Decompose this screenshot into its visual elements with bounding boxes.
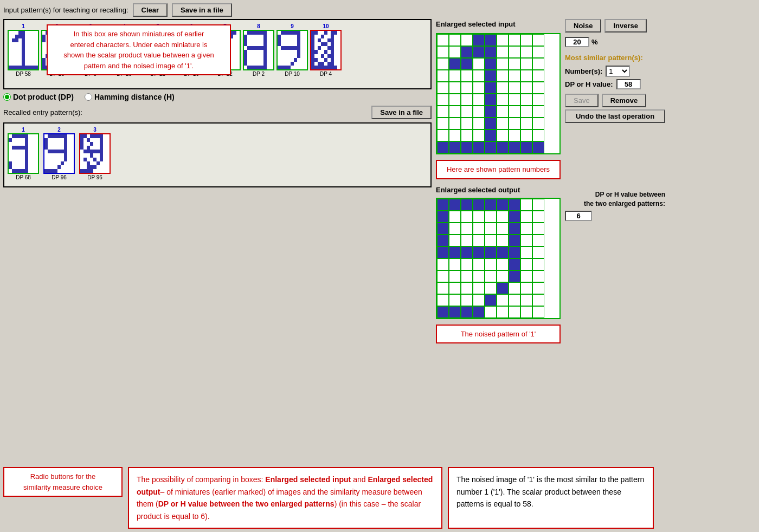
right-panel: Noise Inverse % Most similar pattern(s):… <box>565 19 665 463</box>
annotation-radio-buttons: Radio buttons for the similarity measure… <box>3 467 123 497</box>
enlarged-input-grid <box>436 33 561 154</box>
dp-value-input[interactable] <box>616 79 641 89</box>
dp-between-label: DP or H value between the two enlarged p… <box>565 190 665 209</box>
inverse-button[interactable]: Inverse <box>604 19 647 33</box>
pattern-label-9: DP 10 <box>285 71 300 77</box>
save-file-button-2[interactable]: Save in a file <box>371 106 432 119</box>
pattern-num-10: 10 <box>323 23 329 29</box>
remove-button[interactable]: Remove <box>602 94 647 107</box>
annotation-miniatures-text: In this box are shown miniatures of earl… <box>53 29 224 71</box>
recalled-pattern-3[interactable]: 3 DP 96 <box>79 127 111 183</box>
noise-value-input[interactable] <box>565 37 589 47</box>
pattern-mini-8 <box>243 30 274 70</box>
enlarged-output-grid <box>436 198 561 319</box>
numbers-label: Number(s): <box>565 67 602 75</box>
annotation-bottom-right-text: The noised image of '1' is the most simi… <box>456 473 645 510</box>
recalled-num-2: 2 <box>57 127 61 133</box>
numbers-select[interactable]: 1 2 3 <box>606 66 630 77</box>
hamming-label: Hamming distance (H) <box>94 93 175 101</box>
annotation-bottom-left-text: The possibility of comparing in boxes: E… <box>137 473 434 522</box>
recalled-pattern-2[interactable]: 2 DP 96 <box>43 127 75 183</box>
pattern-mini-1 <box>8 30 39 70</box>
save-file-button[interactable]: Save in a file <box>172 3 232 17</box>
dp-between-input[interactable] <box>565 211 592 221</box>
pattern-item-10[interactable]: 10 DP 4 <box>310 23 342 85</box>
pattern-item-1[interactable]: 1 <box>8 23 39 85</box>
save-button: Save <box>565 94 599 107</box>
pattern-item-9[interactable]: 9 DP 10 <box>276 23 308 85</box>
pattern-label-1: DP 58 <box>16 71 31 77</box>
pattern-num-1: 1 <box>22 23 25 29</box>
clear-button[interactable]: Clear <box>133 3 168 17</box>
recalled-label-1: DP 68 <box>16 174 31 180</box>
dot-product-radio[interactable] <box>3 93 11 101</box>
annotation-pattern-numbers-text: Here are shown pattern numbers <box>442 164 554 175</box>
noise-pct-label: % <box>591 38 598 46</box>
dp-row: DP or H value: <box>565 79 665 89</box>
pattern-item-8[interactable]: 8 DP 2 <box>243 23 274 85</box>
pattern-num-9: 9 <box>291 23 294 29</box>
radio-buttons-row: Dot product (DP) Hamming distance (H) <box>3 93 432 101</box>
hamming-radio[interactable] <box>85 93 92 101</box>
recalled-mini-3 <box>79 133 111 174</box>
pattern-label-8: DP 2 <box>253 71 265 77</box>
recalled-header-row: Recalled entry pattern(s): Save in a fil… <box>3 106 432 119</box>
most-similar-label: Most similar pattern(s): <box>565 54 643 62</box>
dot-product-label: Dot product (DP) <box>13 93 74 101</box>
save-remove-row: Save Remove <box>565 94 665 107</box>
hamming-radio-label[interactable]: Hamming distance (H) <box>85 93 175 101</box>
pattern-mini-9 <box>276 30 308 70</box>
annotation-bottom-right: The noised image of '1' is the most simi… <box>448 467 654 529</box>
recalled-mini-1 <box>8 133 39 174</box>
annotation-radio-text: Radio buttons for the similarity measure… <box>10 471 116 492</box>
annotation-miniatures: In this box are shown miniatures of earl… <box>47 24 231 75</box>
recalled-label: Recalled entry pattern(s): <box>3 108 82 116</box>
annotation-noised-pattern: The noised pattern of '1' <box>436 325 561 344</box>
recalled-num-1: 1 <box>22 127 25 133</box>
dp-label: DP or H value: <box>565 80 613 88</box>
input-patterns-label: Input pattern(s) for teaching or recalli… <box>3 6 128 14</box>
noise-row: % <box>565 37 665 47</box>
enlarged-input-label: Enlarged selected input <box>436 20 516 28</box>
numbers-row: Number(s): 1 2 3 <box>565 66 665 77</box>
recalled-patterns-grid: 1 DP 68 <box>3 122 432 187</box>
recalled-mini-2 <box>43 133 75 174</box>
recalled-label-3: DP 96 <box>87 174 102 180</box>
noise-button[interactable]: Noise <box>565 19 601 33</box>
recalled-num-3: 3 <box>93 127 97 133</box>
undo-button[interactable]: Undo the last operation <box>565 109 665 123</box>
pattern-mini-10 <box>310 30 342 70</box>
enlarged-output-label: Enlarged selected output <box>436 186 520 194</box>
annotation-bottom-left: The possibility of comparing in boxes: E… <box>128 467 442 529</box>
annotation-noised-pattern-text: The noised pattern of '1' <box>442 329 554 340</box>
right-buttons-row: Noise Inverse <box>565 19 665 33</box>
dot-product-radio-label[interactable]: Dot product (DP) <box>3 93 74 101</box>
recalled-pattern-1[interactable]: 1 DP 68 <box>8 127 39 183</box>
annotation-pattern-numbers: Here are shown pattern numbers <box>436 160 561 179</box>
pattern-num-8: 8 <box>257 23 260 29</box>
pattern-label-10: DP 4 <box>320 71 332 77</box>
recalled-label-2: DP 96 <box>52 174 67 180</box>
